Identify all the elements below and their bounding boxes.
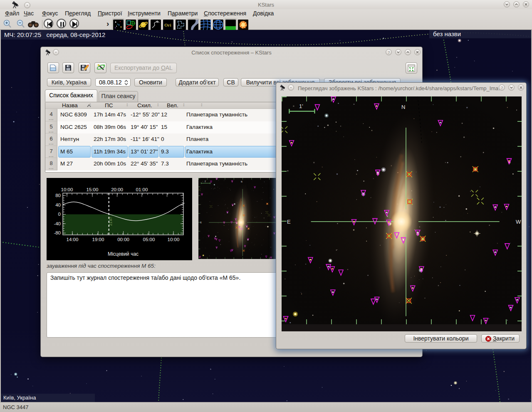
- svg-text:80: 80: [55, 193, 61, 198]
- svg-text:?: ?: [501, 86, 503, 90]
- svg-text:10:00: 10:00: [61, 187, 73, 192]
- svg-text:10:00: 10:00: [168, 237, 180, 242]
- svg-text:15:00: 15:00: [87, 187, 99, 192]
- svg-text:05:00: 05:00: [143, 237, 155, 242]
- svg-text:19:00: 19:00: [92, 237, 104, 242]
- svg-text:Місцевий час: Місцевий час: [108, 251, 139, 257]
- svg-text:21:07: 21:07: [109, 217, 113, 226]
- svg-text:14:00: 14:00: [67, 237, 79, 242]
- svg-text:20:00: 20:00: [111, 187, 123, 192]
- svg-text:40: 40: [55, 202, 61, 207]
- svg-text:-80: -80: [54, 230, 61, 235]
- svg-text:00:00: 00:00: [117, 237, 129, 242]
- svg-text:01:00: 01:00: [136, 187, 148, 192]
- svg-text:?: ?: [388, 50, 390, 54]
- svg-text:-40: -40: [54, 221, 61, 226]
- svg-text:0: 0: [58, 212, 61, 217]
- svg-text:Ori: Ori: [164, 22, 171, 27]
